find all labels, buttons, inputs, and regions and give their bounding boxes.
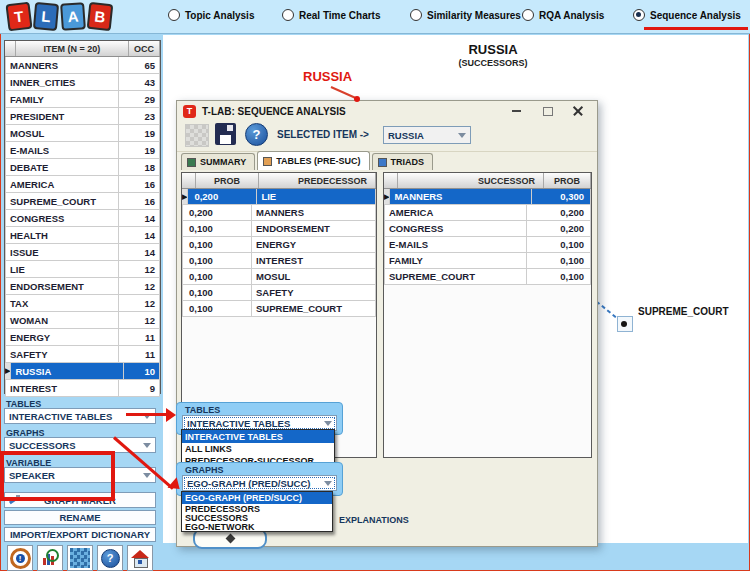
quit-button[interactable]: ! <box>7 545 33 571</box>
graph-node-marker[interactable] <box>617 316 633 332</box>
table-row[interactable]: MANNERS 0,300 <box>384 189 591 205</box>
prob-cell: 0,100 <box>527 237 591 252</box>
help-icon[interactable]: ? <box>245 123 268 146</box>
dialog-titlebar[interactable]: T T-LAB: SEQUENCE ANALYSIS <box>177 101 597 121</box>
table-row[interactable]: FAMILY 0,100 <box>384 253 591 269</box>
nav-radio-item[interactable]: RQA Analysis <box>522 9 604 21</box>
tab-summary[interactable]: SUMMARY <box>181 153 255 170</box>
table-row[interactable]: 0,200 LIE <box>182 189 376 205</box>
item-cell: ISSUE <box>6 244 119 260</box>
prob-column-header[interactable]: PROB <box>196 173 259 188</box>
predecessor-cell: SUPREME_COURT <box>252 301 376 316</box>
import-export-dictionary-button[interactable]: IMPORT/EXPORT DICTIONARY <box>4 527 156 542</box>
table-row[interactable]: AMERICA 0,200 <box>384 205 591 221</box>
predecessor-table-header: PROB PREDECESSOR <box>182 173 376 189</box>
radio-button-icon[interactable] <box>282 9 294 21</box>
table-row[interactable]: ISSUE 14 <box>5 244 160 261</box>
home-button[interactable] <box>127 545 153 571</box>
radio-button-icon[interactable] <box>522 9 534 21</box>
canvas-title: RUSSIA <box>313 42 673 57</box>
successor-cell: SUPREME_COURT <box>385 269 527 284</box>
radio-button-icon[interactable] <box>410 9 422 21</box>
prob-column-header[interactable]: PROB <box>544 173 591 188</box>
table-row[interactable]: 0,100 SUPREME_COURT <box>182 301 376 317</box>
nav-label: Real Time Charts <box>299 10 381 21</box>
dropdown-option[interactable]: EGO-GRAPH (PRED/SUCC) <box>182 492 332 504</box>
table-row[interactable]: 0,100 INTEREST <box>182 253 376 269</box>
table-row[interactable]: SAFETY 11 <box>5 346 160 363</box>
item-cell: CONGRESS <box>6 210 119 226</box>
rename-button[interactable]: RENAME <box>4 510 156 525</box>
nav-radio-item[interactable]: Sequence Analysis <box>633 9 741 21</box>
table-row[interactable]: 0,100 ENERGY <box>182 237 376 253</box>
radio-button-icon[interactable] <box>168 9 180 21</box>
nav-radio-item[interactable]: Similarity Measures <box>410 9 521 21</box>
table-row[interactable]: E-MAILS 19 <box>5 142 160 159</box>
save-icon[interactable] <box>215 123 236 145</box>
table-row[interactable]: LIE 12 <box>5 261 160 278</box>
radio-button-icon[interactable] <box>633 9 645 21</box>
dialog-graphs-value: EGO-GRAPH (PRED/SUCC) <box>187 478 311 489</box>
dropdown-option[interactable]: INTERACTIVE TABLES <box>182 430 334 443</box>
chart-tools-button[interactable] <box>37 545 63 571</box>
nav-radio-item[interactable]: Topic Analysis <box>168 9 254 21</box>
predecessor-column-header[interactable]: PREDECESSOR <box>259 173 376 188</box>
canvas-subtitle: (SUCCESSORS) <box>313 58 673 68</box>
chevron-down-icon[interactable] <box>458 133 466 142</box>
table-row[interactable]: 0,100 MOSUL <box>182 269 376 285</box>
occ-cell: 18 <box>119 159 160 175</box>
table-row[interactable]: ENDORSEMENT 12 <box>5 278 160 295</box>
help-button[interactable]: ? <box>97 545 123 571</box>
chevron-down-icon[interactable] <box>143 443 151 452</box>
successor-column-header[interactable]: SUCCESSOR <box>398 173 544 188</box>
tab-tables-pre-suc[interactable]: TABLES (PRE-SUC) <box>257 151 369 170</box>
table-row[interactable]: DEBATE 18 <box>5 159 160 176</box>
table-row[interactable]: CONGRESS 14 <box>5 210 160 227</box>
triads-tab-icon <box>378 158 387 167</box>
table-row[interactable]: 0,200 MANNERS <box>182 205 376 221</box>
table-row[interactable]: SUPREME_COURT 0,100 <box>384 269 591 285</box>
item-column-header[interactable]: ITEM (N = 20) <box>16 41 129 56</box>
chevron-down-icon[interactable] <box>143 473 151 482</box>
summary-tab-icon <box>187 158 196 167</box>
table-row[interactable]: WOMAN 12 <box>5 312 160 329</box>
table-row[interactable]: ENERGY 11 <box>5 329 160 346</box>
table-row[interactable]: FAMILY 29 <box>5 91 160 108</box>
tab-triads[interactable]: TRIADS <box>372 153 434 170</box>
table-row[interactable]: 0,100 SAFETY <box>182 285 376 301</box>
item-cell: E-MAILS <box>6 142 119 158</box>
table-row[interactable]: TAX 12 <box>5 295 160 312</box>
table-row[interactable]: RUSSIA 10 <box>5 363 160 380</box>
predecessor-cell: INTEREST <box>252 253 376 268</box>
grid-tool-icon-disabled <box>185 124 209 147</box>
maximize-button[interactable] <box>541 105 555 117</box>
tables-combobox[interactable]: INTERACTIVE TABLES <box>4 408 156 424</box>
table-row[interactable]: CONGRESS 0,200 <box>384 221 591 237</box>
table-row[interactable]: 0,100 ENDORSEMENT <box>182 221 376 237</box>
mosaic-button[interactable] <box>67 545 93 571</box>
table-row[interactable]: E-MAILS 0,100 <box>384 237 591 253</box>
tab-label: TABLES (PRE-SUC) <box>276 156 360 166</box>
minimize-button[interactable] <box>509 105 523 117</box>
prob-cell: 0,100 <box>183 285 252 300</box>
row-selector-header <box>5 41 16 56</box>
table-row[interactable]: INTEREST 9 <box>5 380 160 397</box>
selected-item-combobox[interactable]: RUSSIA <box>383 126 471 144</box>
explanations-label[interactable]: EXPLANATIONS <box>339 515 409 525</box>
table-row[interactable]: HEALTH 14 <box>5 227 160 244</box>
table-row[interactable]: MANNERS 65 <box>5 57 160 74</box>
table-row[interactable]: INNER_CITIES 43 <box>5 74 160 91</box>
nav-radio-item[interactable]: Real Time Charts <box>282 9 381 21</box>
table-row[interactable]: MOSUL 19 <box>5 125 160 142</box>
dropdown-option[interactable]: EGO-NETWORK <box>182 522 332 531</box>
chevron-down-icon[interactable] <box>324 481 332 490</box>
close-button[interactable] <box>571 105 585 117</box>
dialog-graphs-combobox[interactable]: EGO-GRAPH (PRED/SUCC) <box>182 475 337 491</box>
table-row[interactable]: SUPREME_COURT 16 <box>5 193 160 210</box>
nav-label: Similarity Measures <box>427 10 521 21</box>
annotation-pointer-line <box>331 86 356 99</box>
dropdown-option[interactable]: ALL LINKS <box>182 443 334 455</box>
occ-column-header[interactable]: OCC <box>129 41 160 56</box>
table-row[interactable]: AMERICA 16 <box>5 176 160 193</box>
table-row[interactable]: PRESIDENT 23 <box>5 108 160 125</box>
